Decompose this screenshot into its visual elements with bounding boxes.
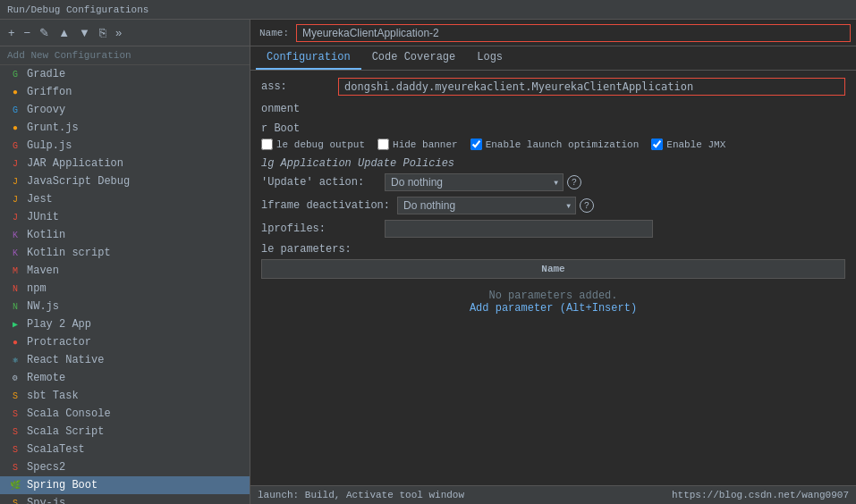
sidebar-item-label-nwjs: NW.js <box>27 300 59 313</box>
title-bar: Run/Debug Configurations <box>0 0 856 20</box>
tab-coverage[interactable]: Code Coverage <box>361 46 467 70</box>
params-name-header: Name <box>262 260 845 279</box>
params-empty-cell: No parameters added. Add parameter (Alt+… <box>262 279 845 326</box>
sidebar-item-label-gulpjs: Gulp.js <box>27 139 72 152</box>
sidebar-item-protractor[interactable]: ●Protractor <box>0 333 250 351</box>
hide-banner-checkbox[interactable] <box>377 139 389 150</box>
tab-configuration[interactable]: Configuration <box>256 46 361 70</box>
sidebar-item-reactnative[interactable]: ⚛React Native <box>0 351 250 369</box>
gulpjs-icon: G <box>9 139 21 152</box>
protractor-icon: ● <box>9 336 21 349</box>
debug-output-option[interactable]: le debug output <box>261 139 365 150</box>
remove-config-btn[interactable]: − <box>21 24 34 41</box>
jar-icon: J <box>9 157 21 170</box>
sidebar-item-jsdebug[interactable]: JJavaScript Debug <box>0 172 250 190</box>
sidebar-item-label-remote: Remote <box>27 372 65 384</box>
no-params-text: No parameters added. <box>273 290 835 302</box>
launch-optimization-label: Enable launch optimization <box>486 139 640 150</box>
sidebar-item-springboot[interactable]: 🌿Spring Boot <box>0 476 250 494</box>
springboot-icon: 🌿 <box>9 479 21 491</box>
add-new-configuration[interactable]: Add New Configuration <box>0 46 250 65</box>
title-bar-text: Run/Debug Configurations <box>7 4 148 15</box>
sidebar-item-maven[interactable]: MMaven <box>0 262 250 280</box>
debug-output-checkbox[interactable] <box>261 139 273 150</box>
sidebar-item-label-spyjs: Spy-js <box>27 497 65 504</box>
copy-btn[interactable]: ⎘ <box>97 24 109 41</box>
reactnative-icon: ⚛ <box>9 354 21 366</box>
nwjs-icon: N <box>9 300 21 313</box>
enable-jmx-option[interactable]: Enable JMX <box>651 139 725 150</box>
sidebar-item-label-npm: npm <box>27 282 47 295</box>
update-action-help[interactable]: ? <box>567 175 581 189</box>
frame-deactivation-select-container: Do nothing Hot swap classes Reload class… <box>397 197 576 214</box>
more-btn[interactable]: » <box>113 24 124 41</box>
move-down-btn[interactable]: ▼ <box>76 24 93 41</box>
frame-deactivation-help[interactable]: ? <box>580 198 594 213</box>
main-class-input[interactable] <box>338 78 845 96</box>
params-empty-row: No parameters added. Add parameter (Alt+… <box>262 279 845 326</box>
spring-boot-label: r Boot <box>261 122 845 135</box>
sidebar-item-label-sbttask: sbt Task <box>27 390 79 402</box>
sidebar-item-scalascript[interactable]: SScala Script <box>0 423 250 441</box>
move-up-btn[interactable]: ▲ <box>55 24 72 41</box>
frame-deactivation-row: lframe deactivation: Do nothing Hot swap… <box>261 197 845 214</box>
sidebar-item-label-maven: Maven <box>27 265 59 277</box>
left-panel: + − ✎ ▲ ▼ ⎘ » Add New Configuration GGra… <box>0 20 250 504</box>
spyjs-icon: S <box>9 497 21 504</box>
sidebar-item-scalatest[interactable]: SScalaTest <box>0 441 250 458</box>
gradle-icon: G <box>9 68 21 80</box>
params-section: le parameters: Name No parameters added.… <box>261 243 845 325</box>
sidebar-item-kotlin[interactable]: KKotlin <box>0 226 250 244</box>
sidebar-item-remote[interactable]: ⚙Remote <box>0 369 250 387</box>
sidebar-item-sbttask[interactable]: Ssbt Task <box>0 387 250 405</box>
sidebar-item-griffon[interactable]: ●Griffon <box>0 83 250 101</box>
config-list: GGradle●GriffonGGroovy●Grunt.jsGGulp.jsJ… <box>0 65 250 504</box>
add-config-btn[interactable]: + <box>5 24 18 41</box>
jsdebug-icon: J <box>9 175 21 188</box>
launch-optimization-checkbox[interactable] <box>470 139 482 150</box>
sidebar-item-kotlinscript[interactable]: KKotlin script <box>0 244 250 262</box>
name-label: Name: <box>259 28 289 38</box>
griffon-icon: ● <box>9 86 21 98</box>
launch-optimization-option[interactable]: Enable launch optimization <box>470 139 640 150</box>
configuration-name-input[interactable] <box>296 24 851 42</box>
vm-options-label: onment <box>261 103 333 115</box>
sidebar-item-jar[interactable]: JJAR Application <box>0 155 250 172</box>
vm-options-row: onment <box>261 103 845 115</box>
spring-boot-section: r Boot le debug output Hide banner Enabl… <box>261 122 845 150</box>
profiles-row: lprofiles: <box>261 220 845 238</box>
sidebar-item-play2[interactable]: ▶Play 2 App <box>0 315 250 333</box>
sidebar-item-label-springboot: Spring Boot <box>27 479 97 491</box>
sidebar-item-gradle[interactable]: GGradle <box>0 65 250 83</box>
sidebar-item-npm[interactable]: Nnpm <box>0 280 250 298</box>
sidebar-item-junit[interactable]: JJUnit <box>0 208 250 226</box>
edit-config-btn[interactable]: ✎ <box>37 24 52 41</box>
tab-logs[interactable]: Logs <box>466 46 513 70</box>
bottom-bar: launch: Build, Activate tool window http… <box>250 485 856 504</box>
enable-jmx-checkbox[interactable] <box>651 139 663 150</box>
kotlin-icon: K <box>9 229 21 241</box>
right-panel: Name: ConfigurationCode CoverageLogs ass… <box>250 20 856 504</box>
sidebar-item-spyjs[interactable]: SSpy-js <box>0 494 250 504</box>
hide-banner-option[interactable]: Hide banner <box>377 139 458 150</box>
sidebar-item-jest[interactable]: JJest <box>0 190 250 208</box>
launch-text: launch: Build, Activate tool window <box>258 490 464 500</box>
update-action-select[interactable]: Do nothing Hot swap classes Reload class… <box>385 173 564 191</box>
params-label: le parameters: <box>261 243 845 256</box>
scalaconsole-icon: S <box>9 407 21 420</box>
sidebar-item-groovy[interactable]: GGroovy <box>0 101 250 119</box>
sidebar-item-gruntjs[interactable]: ●Grunt.js <box>0 119 250 137</box>
sidebar-item-nwjs[interactable]: NNW.js <box>0 298 250 315</box>
main-container: + − ✎ ▲ ▼ ⎘ » Add New Configuration GGra… <box>0 20 856 504</box>
frame-deactivation-select[interactable]: Do nothing Hot swap classes Reload class… <box>397 197 576 214</box>
add-param-link[interactable]: Add parameter (Alt+Insert) <box>273 302 835 315</box>
watermark: https://blog.csdn.net/wang0907 <box>672 490 849 500</box>
sidebar-item-specs2[interactable]: SSpecs2 <box>0 458 250 476</box>
update-action-label: 'Update' action: <box>261 176 377 189</box>
update-policies-header: lg Application Update Policies <box>261 157 845 170</box>
sidebar-item-gulpjs[interactable]: GGulp.js <box>0 137 250 155</box>
frame-deactivation-label: lframe deactivation: <box>261 199 390 212</box>
sidebar-item-scalaconsole[interactable]: SScala Console <box>0 405 250 423</box>
profiles-input[interactable] <box>385 220 653 238</box>
right-toolbar: Name: <box>250 20 856 46</box>
